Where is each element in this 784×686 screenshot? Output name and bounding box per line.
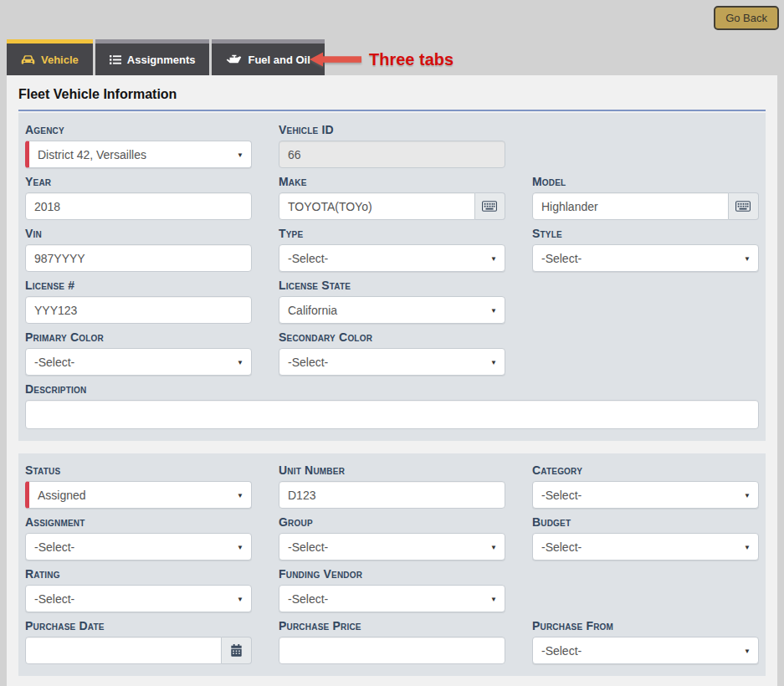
rating-label: Rating: [25, 567, 252, 581]
year-input[interactable]: [25, 192, 252, 220]
field-purchase-from: Purchase From -Select- ▼: [532, 619, 759, 664]
annotation-three-tabs: Three tabs: [310, 47, 453, 72]
chevron-down-icon: ▼: [490, 595, 497, 602]
secondary-color-label: Secondary Color: [279, 330, 505, 344]
tab-vehicle[interactable]: Vehicle: [7, 39, 93, 75]
model-input[interactable]: [532, 192, 729, 220]
license-number-label: License #: [25, 279, 252, 292]
purchase-from-select[interactable]: -Select- ▼: [532, 637, 759, 664]
tab-label: Fuel and Oil: [248, 54, 310, 66]
empty-col: [532, 123, 759, 168]
annotation-text: Three tabs: [369, 50, 453, 69]
license-state-select[interactable]: California ▼: [279, 296, 505, 324]
unit-number-input[interactable]: [279, 481, 505, 509]
page-title: Fleet Vehicle Information: [18, 87, 766, 111]
field-rating: Rating -Select- ▼: [25, 567, 252, 612]
car-icon: [21, 54, 35, 65]
model-label: Model: [532, 175, 759, 188]
chevron-down-icon: ▼: [744, 647, 751, 654]
funding-vendor-select[interactable]: -Select- ▼: [279, 585, 505, 612]
style-label: Style: [532, 227, 759, 240]
select-value: -Select-: [288, 592, 328, 606]
funding-vendor-label: Funding Vendor: [279, 567, 505, 581]
unit-number-label: Unit Number: [279, 463, 505, 477]
field-assignment: Assignment -Select- ▼: [25, 515, 252, 561]
make-input[interactable]: [279, 192, 475, 220]
field-primary-color: Primary Color -Select- ▼: [25, 330, 252, 376]
purchase-date-label: Purchase Date: [25, 619, 252, 632]
primary-color-select[interactable]: -Select- ▼: [25, 348, 252, 376]
chevron-down-icon: ▼: [490, 254, 497, 262]
field-unit-number: Unit Number: [279, 463, 505, 509]
tab-label: Vehicle: [41, 54, 79, 66]
select-value: -Select-: [541, 644, 582, 658]
assignment-select[interactable]: -Select- ▼: [25, 533, 252, 561]
field-license-number: License #: [25, 279, 252, 324]
license-state-label: License State: [279, 279, 505, 292]
field-category: Category -Select- ▼: [532, 463, 759, 509]
rating-select[interactable]: -Select- ▼: [25, 585, 252, 612]
chevron-down-icon: ▼: [490, 358, 497, 366]
description-input[interactable]: [25, 400, 759, 429]
select-value: -Select-: [34, 540, 74, 554]
list-icon: [110, 54, 121, 65]
empty-col: [532, 330, 759, 376]
chevron-down-icon: ▼: [744, 543, 751, 550]
calendar-icon[interactable]: [222, 637, 252, 664]
select-value: -Select-: [288, 356, 328, 369]
type-select[interactable]: -Select- ▼: [279, 244, 505, 272]
field-funding-vendor: Funding Vendor -Select- ▼: [279, 567, 505, 612]
vehicle-status-panel: Status Assigned ▼ Unit Number Category -…: [18, 453, 766, 676]
field-budget: Budget -Select- ▼: [532, 515, 759, 561]
agency-select[interactable]: District 42, Versailles ▼: [25, 141, 252, 168]
select-value: -Select-: [34, 592, 74, 606]
budget-select[interactable]: -Select- ▼: [532, 533, 759, 561]
field-group: Group -Select- ▼: [279, 515, 505, 561]
oil-can-icon: [226, 54, 242, 65]
select-value: -Select-: [34, 356, 74, 369]
page-header: Go Back Vehicle Assignments: [0, 0, 784, 75]
empty-col: [532, 567, 759, 612]
field-purchase-date: Purchase Date: [25, 619, 252, 664]
primary-color-label: Primary Color: [25, 330, 252, 344]
field-make: Make: [279, 175, 505, 220]
tab-fuel-and-oil[interactable]: Fuel and Oil: [212, 39, 324, 75]
type-label: Type: [279, 227, 505, 240]
style-select[interactable]: -Select- ▼: [532, 244, 759, 272]
chevron-down-icon: ▼: [237, 595, 243, 602]
tab-label: Assignments: [127, 54, 196, 66]
license-number-input[interactable]: [25, 296, 252, 324]
select-value: -Select-: [541, 252, 582, 265]
category-label: Category: [532, 463, 759, 477]
keyboard-icon[interactable]: [729, 192, 759, 220]
status-label: Status: [25, 463, 252, 477]
group-select[interactable]: -Select- ▼: [279, 533, 505, 561]
chevron-down-icon: ▼: [744, 254, 751, 262]
keyboard-icon[interactable]: [475, 192, 505, 220]
left-arrow-icon: [310, 52, 361, 67]
purchase-price-input[interactable]: [279, 637, 505, 664]
go-back-button[interactable]: Go Back: [714, 6, 779, 30]
secondary-color-select[interactable]: -Select- ▼: [279, 348, 505, 376]
category-select[interactable]: -Select- ▼: [532, 481, 759, 509]
select-value: -Select-: [541, 540, 582, 554]
budget-label: Budget: [532, 515, 759, 529]
field-status: Status Assigned ▼: [25, 463, 252, 509]
purchase-date-input[interactable]: [25, 637, 222, 664]
field-description: Description: [25, 382, 759, 429]
purchase-from-label: Purchase From: [532, 619, 759, 632]
empty-col: [532, 279, 759, 324]
select-value: -Select-: [288, 540, 328, 554]
tab-bar: Vehicle Assignments Fuel and Oil: [7, 39, 325, 75]
tab-assignments[interactable]: Assignments: [95, 39, 210, 75]
vehicle-id-input[interactable]: [279, 141, 505, 168]
field-style: Style -Select- ▼: [532, 227, 759, 272]
select-value: -Select-: [288, 252, 328, 265]
field-type: Type -Select- ▼: [279, 227, 505, 272]
vin-input[interactable]: [25, 244, 252, 272]
chevron-down-icon: ▼: [237, 151, 243, 158]
status-select[interactable]: Assigned ▼: [25, 481, 252, 509]
chevron-down-icon: ▼: [237, 358, 243, 366]
field-secondary-color: Secondary Color -Select- ▼: [279, 330, 505, 376]
select-value: California: [288, 304, 337, 317]
